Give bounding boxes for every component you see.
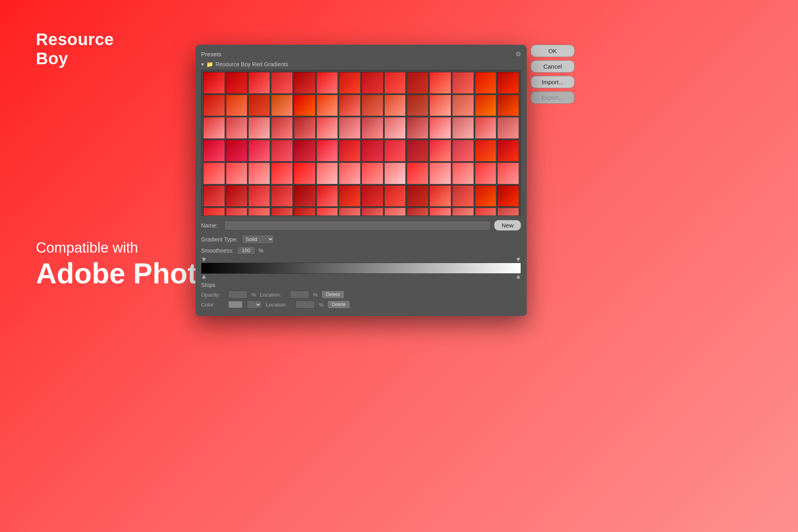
gradient-cell[interactable] <box>475 72 497 94</box>
gradient-cell[interactable] <box>384 185 406 207</box>
new-button[interactable]: New <box>494 220 521 231</box>
gradient-cell[interactable] <box>294 162 316 184</box>
gradient-cell[interactable] <box>497 95 519 117</box>
gradient-cell[interactable] <box>384 140 406 162</box>
gradient-cell[interactable] <box>429 95 451 117</box>
gradient-cell[interactable] <box>226 208 248 216</box>
gradient-cell[interactable] <box>339 117 361 139</box>
gradient-cell[interactable] <box>452 117 474 139</box>
gradient-cell[interactable] <box>384 117 406 139</box>
gradient-cell[interactable] <box>203 72 225 94</box>
gradient-cell[interactable] <box>248 162 270 184</box>
gradient-cell[interactable] <box>475 185 497 207</box>
gradient-cell[interactable] <box>294 95 316 117</box>
gradient-cell[interactable] <box>226 117 248 139</box>
gradient-cell[interactable] <box>497 140 519 162</box>
color-type-select[interactable] <box>247 301 262 309</box>
gradient-cell[interactable] <box>429 72 451 94</box>
export-button[interactable]: Export... <box>531 91 575 104</box>
cancel-button[interactable]: Cancel <box>531 60 575 73</box>
color-delete-button[interactable]: Delete <box>328 301 350 309</box>
gradient-cell[interactable] <box>361 140 383 162</box>
gradient-cell[interactable] <box>497 117 519 139</box>
gradient-cell[interactable] <box>497 208 519 216</box>
gradient-cell[interactable] <box>452 162 474 184</box>
gradient-cell[interactable] <box>497 162 519 184</box>
gradient-type-select[interactable]: Solid Noise <box>242 235 274 244</box>
gradient-cell[interactable] <box>361 208 383 216</box>
gradient-cell[interactable] <box>226 140 248 162</box>
gradient-cell[interactable] <box>271 208 293 216</box>
gradient-cell[interactable] <box>339 208 361 216</box>
gradient-cell[interactable] <box>271 140 293 162</box>
gradient-cell[interactable] <box>339 140 361 162</box>
gradient-cell[interactable] <box>316 208 338 216</box>
gradient-cell[interactable] <box>203 140 225 162</box>
gradient-cell[interactable] <box>203 162 225 184</box>
gradient-cell[interactable] <box>271 185 293 207</box>
gradient-cell[interactable] <box>294 208 316 216</box>
gradient-bar[interactable] <box>201 263 521 274</box>
gradient-cell[interactable] <box>429 117 451 139</box>
import-button[interactable]: Import... <box>531 76 575 88</box>
gradient-cell[interactable] <box>271 95 293 117</box>
gradient-cell[interactable] <box>294 117 316 139</box>
gradient-cell[interactable] <box>361 72 383 94</box>
gradient-grid-wrapper[interactable] <box>201 70 521 216</box>
gradient-cell[interactable] <box>361 162 383 184</box>
gradient-cell[interactable] <box>452 72 474 94</box>
gradient-cell[interactable] <box>361 117 383 139</box>
gradient-cell[interactable] <box>497 72 519 94</box>
gradient-cell[interactable] <box>452 140 474 162</box>
gradient-cell[interactable] <box>226 185 248 207</box>
gradient-cell[interactable] <box>226 162 248 184</box>
opacity-input[interactable] <box>228 291 247 299</box>
stop-triangle-right-bottom[interactable] <box>516 275 520 279</box>
gradient-cell[interactable] <box>248 117 270 139</box>
gradient-cell[interactable] <box>339 72 361 94</box>
gradient-cell[interactable] <box>271 72 293 94</box>
gradient-cell[interactable] <box>294 72 316 94</box>
gradient-cell[interactable] <box>452 208 474 216</box>
gradient-cell[interactable] <box>271 117 293 139</box>
gradient-cell[interactable] <box>429 162 451 184</box>
gradient-cell[interactable] <box>475 95 497 117</box>
gradient-cell[interactable] <box>475 140 497 162</box>
gradient-cell[interactable] <box>294 140 316 162</box>
gradient-cell[interactable] <box>407 95 429 117</box>
gradient-cell[interactable] <box>316 140 338 162</box>
gradient-cell[interactable] <box>316 95 338 117</box>
gradient-cell[interactable] <box>475 117 497 139</box>
gradient-cell[interactable] <box>294 185 316 207</box>
gradient-cell[interactable] <box>248 140 270 162</box>
gear-icon[interactable]: ⚙ <box>516 50 521 58</box>
gradient-cell[interactable] <box>429 208 451 216</box>
gradient-cell[interactable] <box>203 117 225 139</box>
gradient-cell[interactable] <box>407 117 429 139</box>
gradient-cell[interactable] <box>339 162 361 184</box>
gradient-cell[interactable] <box>339 185 361 207</box>
ok-button[interactable]: OK <box>531 45 575 57</box>
gradient-cell[interactable] <box>203 185 225 207</box>
gradient-cell[interactable] <box>384 95 406 117</box>
gradient-cell[interactable] <box>475 208 497 216</box>
gradient-cell[interactable] <box>475 162 497 184</box>
gradient-cell[interactable] <box>226 72 248 94</box>
gradient-cell[interactable] <box>203 208 225 216</box>
gradient-cell[interactable] <box>248 208 270 216</box>
gradient-cell[interactable] <box>361 185 383 207</box>
gradient-cell[interactable] <box>384 72 406 94</box>
gradient-cell[interactable] <box>271 162 293 184</box>
gradient-cell[interactable] <box>407 208 429 216</box>
gradient-cell[interactable] <box>361 95 383 117</box>
name-input[interactable] <box>224 221 491 230</box>
gradient-cell[interactable] <box>497 185 519 207</box>
stop-triangle-left-top[interactable] <box>202 258 206 262</box>
gradient-cell[interactable] <box>316 162 338 184</box>
gradient-cell[interactable] <box>407 72 429 94</box>
gradient-cell[interactable] <box>452 185 474 207</box>
gradient-cell[interactable] <box>316 72 338 94</box>
gradient-cell[interactable] <box>407 140 429 162</box>
color-location-input[interactable] <box>296 301 315 309</box>
opacity-location-input[interactable] <box>290 291 309 299</box>
